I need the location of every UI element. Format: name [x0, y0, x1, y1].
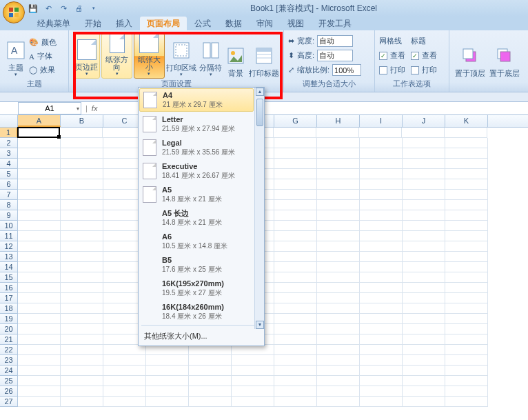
scroll-thumb[interactable]: [256, 99, 263, 126]
select-all-corner[interactable]: [0, 115, 18, 127]
cell[interactable]: [360, 293, 403, 303]
cell[interactable]: [18, 345, 61, 355]
theme-colors[interactable]: 🎨颜色: [29, 36, 57, 49]
scale-width-input[interactable]: [317, 35, 353, 47]
cell[interactable]: [232, 376, 274, 386]
cell[interactable]: [18, 303, 61, 314]
cell[interactable]: [403, 366, 445, 376]
cell[interactable]: [274, 200, 317, 210]
cell[interactable]: [274, 148, 317, 159]
cell[interactable]: [274, 324, 317, 334]
cell[interactable]: [61, 272, 103, 283]
fx-icon[interactable]: fx: [92, 104, 98, 112]
cell[interactable]: [445, 283, 488, 293]
row-header[interactable]: 9: [0, 210, 18, 221]
cell[interactable]: [61, 241, 103, 252]
cell[interactable]: [61, 334, 103, 345]
row-header[interactable]: 3: [0, 148, 18, 159]
cell[interactable]: [445, 345, 488, 355]
column-header[interactable]: A: [18, 115, 61, 127]
cell[interactable]: [18, 179, 61, 190]
cell[interactable]: [18, 190, 61, 200]
cell[interactable]: [274, 190, 317, 200]
cell[interactable]: [360, 397, 403, 407]
cell[interactable]: [18, 376, 61, 386]
cell[interactable]: [146, 376, 189, 386]
cell[interactable]: [274, 397, 317, 407]
more-paper-sizes[interactable]: 其他纸张大小(M)...: [139, 327, 264, 346]
cell[interactable]: [146, 366, 189, 376]
row-header[interactable]: 11: [0, 231, 18, 241]
cell[interactable]: [445, 190, 488, 200]
cell[interactable]: [146, 345, 189, 355]
cell[interactable]: [445, 376, 488, 386]
row-header[interactable]: 21: [0, 334, 18, 345]
cell[interactable]: [18, 293, 61, 303]
cell[interactable]: [317, 159, 360, 169]
cell[interactable]: [317, 241, 360, 252]
cell[interactable]: [317, 210, 360, 221]
cell[interactable]: [403, 355, 445, 366]
cell[interactable]: [18, 252, 61, 262]
cell[interactable]: [18, 210, 61, 221]
cell[interactable]: [403, 303, 445, 314]
row-header[interactable]: 26: [0, 386, 18, 397]
cell[interactable]: [317, 221, 360, 231]
cell[interactable]: [360, 386, 403, 397]
cell[interactable]: [317, 148, 360, 159]
cell[interactable]: [60, 128, 103, 138]
cell[interactable]: [403, 169, 445, 179]
cell[interactable]: [18, 334, 61, 345]
scale-percent-input[interactable]: [332, 64, 361, 76]
cell[interactable]: [360, 324, 403, 334]
tab-review[interactable]: 审阅: [250, 17, 280, 30]
cell[interactable]: [146, 397, 189, 407]
save-icon[interactable]: 💾: [28, 3, 39, 14]
cell[interactable]: [274, 303, 317, 314]
paper-size-option[interactable]: 16K(184x260mm)18.4 厘米 x 26 厘米: [139, 300, 254, 323]
row-header[interactable]: 8: [0, 200, 18, 210]
row-header[interactable]: 20: [0, 324, 18, 334]
row-header[interactable]: 17: [0, 293, 18, 303]
cell[interactable]: [403, 272, 445, 283]
send-back-button[interactable]: 置于底层: [488, 33, 521, 79]
cell[interactable]: [274, 179, 317, 190]
cell[interactable]: [61, 324, 103, 334]
cell[interactable]: [360, 262, 403, 272]
cell[interactable]: [274, 283, 317, 293]
cell[interactable]: [403, 334, 445, 345]
row-header[interactable]: 24: [0, 366, 18, 376]
scroll-down-icon[interactable]: ▼: [256, 321, 264, 329]
cell[interactable]: [317, 272, 360, 283]
cell[interactable]: [403, 231, 445, 241]
background-button[interactable]: 背景: [225, 33, 247, 79]
row-header[interactable]: 15: [0, 272, 18, 283]
cell[interactable]: [360, 303, 403, 314]
cell[interactable]: [274, 376, 317, 386]
cell[interactable]: [274, 210, 317, 221]
cell[interactable]: [317, 324, 360, 334]
cell[interactable]: [61, 293, 103, 303]
cell[interactable]: [274, 159, 317, 169]
cell[interactable]: [61, 252, 103, 262]
cell[interactable]: [317, 355, 360, 366]
row-header[interactable]: 22: [0, 345, 18, 355]
cell[interactable]: [360, 148, 403, 159]
cell[interactable]: [274, 366, 317, 376]
cell[interactable]: [317, 386, 360, 397]
row-header[interactable]: 16: [0, 283, 18, 293]
cell[interactable]: [17, 127, 60, 138]
column-header[interactable]: B: [61, 115, 103, 127]
themes-button[interactable]: A 主题▾: [4, 33, 28, 79]
cell[interactable]: [189, 397, 232, 407]
paper-size-option[interactable]: A514.8 厘米 x 21 厘米: [139, 183, 254, 206]
qat-dropdown-icon[interactable]: ▾: [88, 3, 99, 14]
cell[interactable]: [232, 345, 274, 355]
cell[interactable]: [403, 221, 445, 231]
cell[interactable]: [146, 386, 189, 397]
cell[interactable]: [18, 272, 61, 283]
cell[interactable]: [189, 366, 232, 376]
cell[interactable]: [274, 314, 317, 324]
cell[interactable]: [232, 397, 274, 407]
cell[interactable]: [317, 376, 360, 386]
